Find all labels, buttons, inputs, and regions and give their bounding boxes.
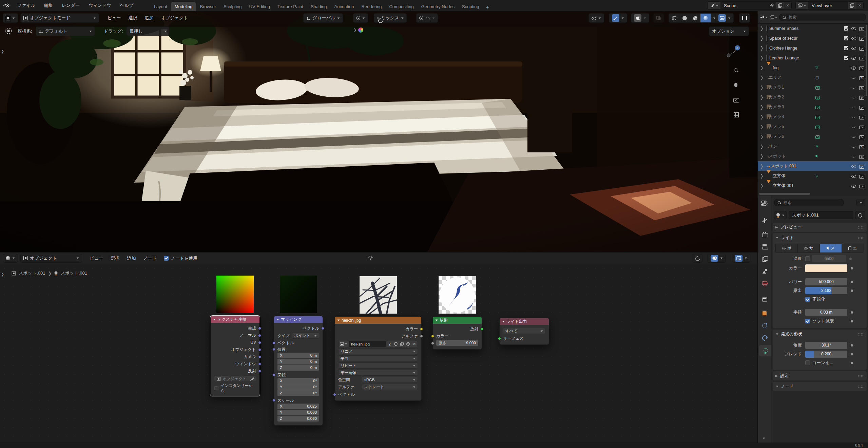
outliner-row-camera[interactable]: ❯カメラ5 (758, 122, 868, 132)
xray-toggle[interactable] (653, 13, 664, 23)
temperature-checkbox[interactable] (805, 256, 810, 261)
socket-strength-in[interactable]: 強さ9.000 (433, 340, 482, 347)
properties-editor-type-button[interactable] (758, 198, 771, 209)
render-visibility-icon[interactable] (859, 154, 864, 158)
node-menu-node[interactable]: ノード (140, 255, 161, 261)
from-instancer-checkbox[interactable]: インスタンサーから (214, 383, 256, 393)
tab-constraints[interactable] (758, 332, 771, 343)
render-disabled-icon[interactable] (859, 144, 864, 149)
snap-dropdown[interactable]: ミックス▼ (374, 13, 407, 23)
unlink-image-icon[interactable]: ✕ (411, 341, 418, 347)
viewport-menu-add[interactable]: 追加 (141, 15, 157, 21)
render-visibility-icon[interactable] (859, 184, 864, 188)
scale-x-field[interactable]: X0.025 (277, 404, 319, 409)
new-scene-icon[interactable] (776, 2, 784, 9)
panel-grip[interactable] (858, 375, 864, 377)
active-tool-icon[interactable] (5, 27, 12, 36)
outliner-row-collection[interactable]: ❯Summer Shoes (758, 23, 868, 33)
blend-slider[interactable]: 0.200 (805, 351, 847, 358)
coord-system-dropdown[interactable]: デフォルト ▼ (36, 26, 95, 36)
animate-dot[interactable] (851, 353, 853, 355)
animate-dot[interactable] (849, 258, 852, 260)
extension-dropdown[interactable]: リピート▼ (338, 362, 418, 369)
shader-type-dropdown[interactable]: オブジェクト ▼ (20, 254, 82, 263)
socket-color-in[interactable]: カラー (433, 333, 482, 340)
scale-z-field[interactable]: Z0.060 (277, 416, 319, 422)
light-type-spot[interactable]: ス (820, 244, 842, 253)
node-menu-add[interactable]: 追加 (123, 255, 140, 261)
node-editor-type-button[interactable]: ▼ (3, 254, 18, 263)
outliner-row-camera[interactable]: ❯カメラ3 (758, 102, 868, 112)
angle-field[interactable]: 30.1° (805, 342, 847, 349)
render-visibility-icon[interactable] (859, 36, 864, 40)
outliner-search[interactable] (779, 14, 866, 21)
eye-closed-icon[interactable] (851, 115, 856, 119)
loc-z-field[interactable]: Z0 m (277, 365, 319, 371)
projection-dropdown[interactable]: 平面▼ (338, 355, 418, 361)
eye-closed-icon[interactable] (851, 154, 856, 158)
outliner[interactable]: ▼ ▼ ❯Summer Shoes ❯Space of secur ❯Cloth… (757, 11, 868, 196)
menu-edit[interactable]: 編集 (40, 2, 57, 8)
remove-viewlayer-icon[interactable]: ✕ (856, 3, 863, 8)
tab-shading[interactable]: Shading (307, 2, 331, 11)
light-data-icon-dropdown[interactable]: ▼ (774, 211, 787, 219)
new-viewlayer-icon[interactable] (848, 2, 856, 9)
panel-grip[interactable] (858, 237, 864, 239)
eye-icon[interactable] (851, 46, 856, 50)
toolbar-expand-arrow[interactable]: ❯ (1, 49, 4, 54)
socket-object[interactable]: オブジェクト (211, 346, 259, 353)
render-visibility-icon[interactable] (859, 105, 864, 109)
socket-location[interactable]: 位置 (274, 347, 323, 353)
panel-light[interactable]: ▼ライト ポ サ ス エ 温度 6500 カラー パワー 500.000 (773, 233, 867, 328)
image-browse-button[interactable]: ▼ (339, 341, 349, 347)
viewport-menu-view[interactable]: ビュー (104, 15, 125, 21)
outliner-vertical-scrollbar[interactable] (866, 25, 867, 96)
node-texture-coordinate[interactable]: ▼テクスチャ座標 生成 ノーマル UV オブジェクト カメラ ウィンドウ 反射 … (210, 316, 260, 396)
eye-closed-icon[interactable] (851, 75, 856, 80)
socket-reflection[interactable]: 反射 (211, 368, 259, 375)
socket-vector-in[interactable]: ベクトル (335, 391, 421, 398)
panel-beam-shape[interactable]: ▼発光の形状 角度 30.1° ブレンド 0.200 コーンを... (773, 330, 867, 370)
eye-closed-icon[interactable] (851, 95, 856, 99)
tab-tool[interactable] (758, 214, 771, 226)
socket-generated[interactable]: 生成 (211, 325, 259, 332)
node-overlays-dropdown[interactable]: ▼ (708, 254, 726, 263)
socket-vector-out[interactable]: ベクトル (274, 325, 323, 332)
animate-dot[interactable] (851, 290, 853, 292)
drag-dropdown[interactable]: 長押し ▼ (126, 26, 170, 36)
output-target-dropdown[interactable]: すべて▼ (503, 328, 545, 334)
eye-icon[interactable] (851, 184, 856, 188)
eye-icon[interactable] (851, 26, 856, 31)
pin-icon[interactable] (768, 2, 776, 9)
navigation-gizmo[interactable]: Z (725, 44, 741, 61)
colorspace-dropdown[interactable]: sRGB▼ (362, 377, 418, 383)
eyedropper-icon[interactable] (250, 377, 254, 381)
outliner-row-mesh[interactable]: ❯立方体.001 (758, 181, 868, 191)
tab-world[interactable] (758, 277, 771, 289)
socket-vector-in[interactable]: ベクトル (274, 339, 323, 347)
tab-geometry-nodes[interactable]: Geometry Nodes (418, 2, 458, 11)
tab-collection[interactable] (758, 294, 771, 305)
socket-emission-out[interactable]: 放射 (433, 325, 482, 333)
tab-modeling[interactable]: Modeling (171, 2, 196, 11)
fake-user-shield-icon[interactable] (393, 341, 399, 347)
render-visibility-icon[interactable] (859, 134, 864, 139)
eye-icon[interactable] (851, 174, 856, 178)
shading-wireframe-button[interactable] (669, 14, 679, 22)
transform-orientation-dropdown[interactable]: グローバル▼ (303, 13, 343, 23)
tab-compositing[interactable]: Compositing (385, 2, 417, 11)
tab-scripting[interactable]: Scripting (458, 2, 483, 11)
pin-node-tree-icon[interactable] (368, 255, 373, 261)
outliner-row-light-sun[interactable]: ❯サン☀ (758, 142, 868, 151)
shading-solid-button[interactable] (679, 14, 690, 22)
properties-options-dropdown[interactable]: ▼ (856, 199, 865, 206)
socket-color-out[interactable]: カラー (335, 325, 421, 333)
unlink-scene-icon[interactable]: ✕ (784, 3, 791, 8)
panel-preview[interactable]: ▶プレビュー (773, 223, 867, 232)
menu-render[interactable]: レンダー (57, 2, 84, 8)
panel-grip[interactable] (858, 385, 864, 388)
eye-icon[interactable] (851, 164, 856, 168)
socket-camera[interactable]: カメラ (211, 353, 259, 360)
copy-image-icon[interactable] (399, 341, 405, 347)
outliner-row-camera[interactable]: ❯カメラ6 (758, 132, 868, 142)
